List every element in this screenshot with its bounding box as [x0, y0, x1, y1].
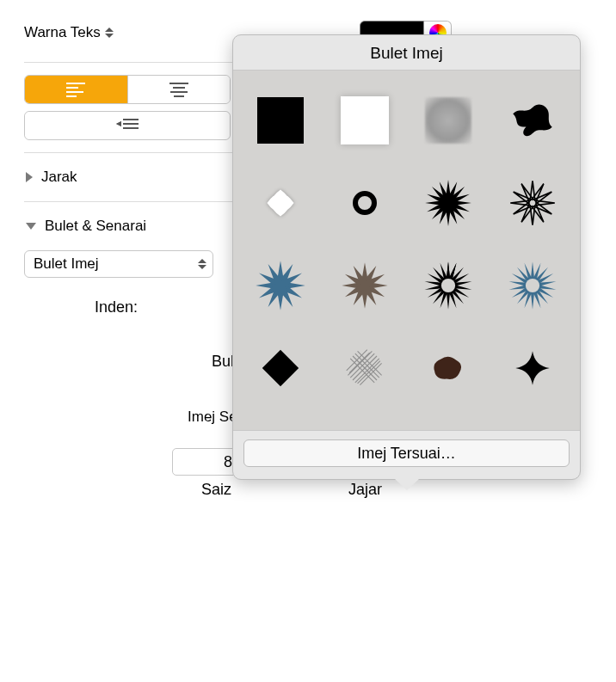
- bullet-option-burst-blue[interactable]: [238, 246, 323, 325]
- bullet-option-clover-white[interactable]: [238, 163, 323, 243]
- bullet-option-rays-black[interactable]: [407, 246, 491, 325]
- black-square-icon: [257, 97, 304, 144]
- bullet-option-white-square[interactable]: [323, 81, 407, 160]
- align-left-icon: [66, 83, 85, 97]
- burst-outline-icon: [508, 179, 557, 227]
- clover-white-icon: [258, 181, 303, 225]
- clover-black-icon: [512, 100, 553, 141]
- text-color-dropdown[interactable]: Warna Teks: [24, 24, 114, 41]
- bullet-type-popup[interactable]: Bulet Imej: [24, 250, 213, 278]
- spacing-label: Jarak: [41, 169, 77, 186]
- svg-marker-4: [116, 121, 121, 126]
- align-center-button[interactable]: [128, 76, 231, 103]
- svg-point-5: [441, 279, 455, 292]
- burst-black-icon: [424, 179, 472, 227]
- bullet-type-value: Bulet Imej: [34, 255, 99, 273]
- scribble-icon: [341, 344, 389, 392]
- bullet-option-diamond-black[interactable]: [238, 329, 323, 408]
- alignment-segmented: [24, 75, 231, 104]
- popover-title: Bulet Imej: [233, 35, 580, 70]
- bullet-option-grey-gradient[interactable]: [407, 81, 491, 160]
- burst-blue-icon: [255, 260, 306, 311]
- decrease-indent-icon: [116, 117, 139, 135]
- bullet-option-black-square[interactable]: [238, 81, 323, 160]
- decrease-indent-button[interactable]: [25, 112, 230, 139]
- bullet-option-burst-outline[interactable]: [490, 163, 575, 243]
- custom-image-button[interactable]: Imej Tersuai…: [243, 439, 570, 467]
- burst-brown-icon: [340, 261, 390, 310]
- white-square-icon: [341, 96, 389, 144]
- chevrons-icon: [197, 256, 207, 272]
- rays-black-icon: [423, 261, 473, 310]
- blob-brown-icon: [430, 353, 466, 383]
- bullets-label: Bulet & Senarai: [45, 218, 146, 235]
- align-left-button[interactable]: [25, 76, 128, 103]
- text-color-label: Warna Teks: [24, 24, 101, 41]
- align-label: Jajar: [348, 481, 382, 499]
- ring-icon: [353, 191, 377, 215]
- diamond-black-icon: [262, 350, 299, 386]
- indent-segmented: [24, 111, 231, 140]
- bullet-option-diamond-peek[interactable]: [323, 411, 407, 431]
- chevron-down-icon: [26, 223, 36, 230]
- bullet-option-ring[interactable]: [323, 163, 407, 243]
- chevrons-icon: [104, 25, 114, 40]
- chevron-right-icon: [26, 172, 33, 182]
- bullet-option-blob-brown[interactable]: [407, 329, 491, 408]
- grey-gradient-icon: [425, 97, 471, 144]
- bullet-option-scribble[interactable]: [323, 329, 407, 408]
- rays-blue-icon: [508, 261, 557, 310]
- bullet-option-rays-blue[interactable]: [490, 246, 575, 325]
- svg-point-6: [526, 279, 539, 292]
- bullet-option-burst-black[interactable]: [407, 163, 491, 243]
- bullet-option-burst-brown[interactable]: [323, 246, 407, 325]
- align-center-icon: [169, 83, 188, 97]
- size-label: Saiz: [201, 481, 231, 499]
- bullet-option-clover-black[interactable]: [490, 81, 575, 160]
- bullet-image-popover: Bulet Imej: [232, 34, 581, 480]
- bullet-image-grid: [233, 70, 580, 431]
- bullet-option-sparkle[interactable]: [490, 329, 575, 408]
- sparkle-icon: [514, 349, 551, 387]
